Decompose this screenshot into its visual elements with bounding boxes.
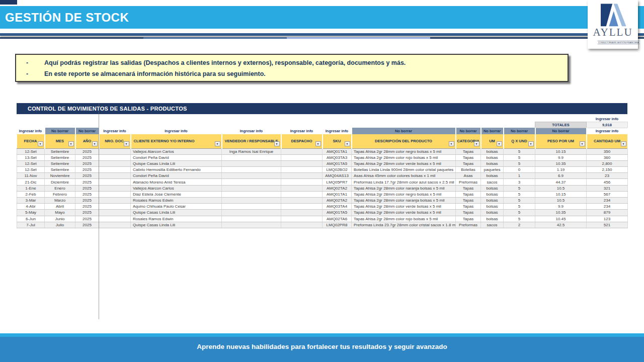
cell-sku[interactable]: AMQ02TA6: [323, 216, 352, 222]
filter-dropdown-button[interactable]: ▼: [497, 141, 502, 146]
cell-um[interactable]: bolsas: [481, 185, 504, 191]
cell-mes[interactable]: Setiembre: [45, 167, 75, 173]
cell-qxund[interactable]: 5: [504, 160, 535, 166]
filter-dropdown-button[interactable]: ▼: [580, 141, 585, 146]
cell-categoria[interactable]: Tapas: [456, 160, 481, 166]
filter-dropdown-button[interactable]: ▼: [124, 141, 129, 146]
cell-descripcion[interactable]: Tapas Ahisa 2gr 28mm color verde bolsas …: [352, 204, 456, 210]
cell-nrodoc[interactable]: [99, 198, 131, 204]
cell-categoria[interactable]: Tapas: [456, 191, 481, 197]
cell-descripcion[interactable]: Asas Ahisa 45mm color colores bolsas x 1…: [352, 173, 456, 179]
cell-peso[interactable]: 42.5: [535, 222, 587, 228]
cell-descripcion[interactable]: Preformas Linda 23.7gr 28mm color crista…: [352, 222, 456, 228]
cell-cantidad[interactable]: 23: [587, 173, 628, 179]
cell-ano[interactable]: 2025: [75, 191, 99, 197]
cell-vendedor[interactable]: [222, 154, 281, 160]
cell-mes[interactable]: Noviembre: [45, 173, 75, 179]
cell-sku[interactable]: AMQ01TA5: [323, 210, 352, 216]
cell-fecha[interactable]: 3-Mar: [17, 198, 45, 204]
cell-categoria[interactable]: Botellas: [456, 167, 481, 173]
cell-vendedor[interactable]: [222, 222, 281, 228]
cell-sku[interactable]: LMQ02PR8: [323, 222, 352, 228]
cell-nrodoc[interactable]: [99, 179, 131, 185]
cell-cliente[interactable]: Condori Peña David: [131, 173, 222, 179]
cell-fecha[interactable]: 5-May: [17, 210, 45, 216]
cell-qxund[interactable]: 3: [504, 179, 535, 185]
cell-despacho[interactable]: [281, 154, 323, 160]
filter-dropdown-button[interactable]: ▼: [345, 141, 350, 146]
cell-fecha[interactable]: 2-Feb: [17, 191, 45, 197]
cell-despacho[interactable]: [281, 173, 323, 179]
cell-ano[interactable]: 2025: [75, 222, 99, 228]
cell-categoria[interactable]: Tapas: [456, 198, 481, 204]
cell-cantidad[interactable]: 567: [587, 191, 628, 197]
cell-fecha[interactable]: 12-Set: [17, 160, 45, 166]
cell-categoria[interactable]: Tapas: [456, 204, 481, 210]
cell-peso[interactable]: 9.9: [535, 154, 587, 160]
cell-peso[interactable]: 9.9: [535, 204, 587, 210]
cell-ano[interactable]: 2025: [75, 198, 99, 204]
cell-fecha[interactable]: 4-Abr: [17, 204, 45, 210]
cell-categoria[interactable]: Tapas: [456, 148, 481, 154]
cell-despacho[interactable]: [281, 185, 323, 191]
cell-cliente[interactable]: Diaz Estela Jose Clemente: [131, 191, 222, 197]
cell-ano[interactable]: 2025: [75, 210, 99, 216]
cell-peso[interactable]: 10.45: [535, 216, 587, 222]
cell-nrodoc[interactable]: [99, 154, 131, 160]
cell-nrodoc[interactable]: [99, 173, 131, 179]
cell-mes[interactable]: Enero: [45, 185, 75, 191]
cell-peso[interactable]: 10.35: [535, 160, 587, 166]
cell-mes[interactable]: Diciembre: [45, 179, 75, 185]
filter-dropdown-button[interactable]: ▼: [474, 141, 479, 146]
cell-peso[interactable]: 6.9: [535, 173, 587, 179]
filter-dropdown-button[interactable]: ▼: [274, 141, 280, 146]
cell-vendedor[interactable]: [222, 210, 281, 216]
cell-peso[interactable]: 10.5: [535, 198, 587, 204]
cell-cliente[interactable]: Vallejos Alarcon Carlos: [131, 148, 222, 154]
cell-despacho[interactable]: [281, 160, 323, 166]
cell-nrodoc[interactable]: [99, 167, 131, 173]
cell-categoria[interactable]: Tapas: [456, 210, 481, 216]
cell-cliente[interactable]: Quispe Casas Linda Lili: [131, 210, 222, 216]
cell-despacho[interactable]: [281, 167, 323, 173]
cell-nrodoc[interactable]: [99, 160, 131, 166]
cell-categoria[interactable]: Preformas: [456, 222, 481, 228]
cell-um[interactable]: bolsas: [481, 154, 504, 160]
cell-descripcion[interactable]: Tapas Ahisa 2gr 28mm color rojo bolsas x…: [352, 154, 456, 160]
cell-nrodoc[interactable]: [99, 148, 131, 154]
cell-cantidad[interactable]: 456: [587, 179, 628, 185]
cell-ano[interactable]: 2025: [75, 148, 99, 154]
cell-vendedor[interactable]: Inga Ramos Isai Enrique: [222, 148, 281, 154]
cell-despacho[interactable]: [281, 204, 323, 210]
cell-nrodoc[interactable]: [99, 210, 131, 216]
cell-cantidad[interactable]: 2,800: [587, 160, 628, 166]
cell-vendedor[interactable]: [222, 167, 281, 173]
cell-cantidad[interactable]: 123: [587, 216, 628, 222]
cell-despacho[interactable]: [281, 179, 323, 185]
cell-nrodoc[interactable]: [99, 216, 131, 222]
cell-cantidad[interactable]: 321: [587, 185, 628, 191]
cell-fecha[interactable]: 6-Jun: [17, 216, 45, 222]
cell-categoria[interactable]: Asas: [456, 173, 481, 179]
cell-ano[interactable]: 2025: [75, 160, 99, 166]
cell-fecha[interactable]: 13-Set: [17, 154, 45, 160]
cell-ano[interactable]: 2025: [75, 154, 99, 160]
cell-qxund[interactable]: 5: [504, 198, 535, 204]
cell-qxund[interactable]: 5: [504, 154, 535, 160]
cell-um[interactable]: bolsas: [481, 204, 504, 210]
cell-vendedor[interactable]: [222, 179, 281, 185]
cell-qxund[interactable]: 2: [504, 222, 535, 228]
cell-fecha[interactable]: 21-Dic: [17, 179, 45, 185]
cell-descripcion[interactable]: Botellas Linda Linda 900ml 28mm color cr…: [352, 167, 456, 173]
cell-peso[interactable]: 10.35: [535, 210, 587, 216]
cell-mes[interactable]: Marzo: [45, 198, 75, 204]
cell-sku[interactable]: AMQ01TA1: [323, 148, 352, 154]
cell-vendedor[interactable]: [222, 191, 281, 197]
cell-sku[interactable]: AMQ03TA4: [323, 204, 352, 210]
cell-mes[interactable]: Mayo: [45, 210, 75, 216]
cell-descripcion[interactable]: Tapas Ahisa 2gr 28mm color naranja bolsa…: [352, 185, 456, 191]
cell-sku[interactable]: LMQ05PR7: [323, 179, 352, 185]
cell-qxund[interactable]: 5: [504, 185, 535, 191]
cell-sku[interactable]: AMQ01TA1: [323, 191, 352, 197]
cell-um[interactable]: bolsas: [481, 148, 504, 154]
